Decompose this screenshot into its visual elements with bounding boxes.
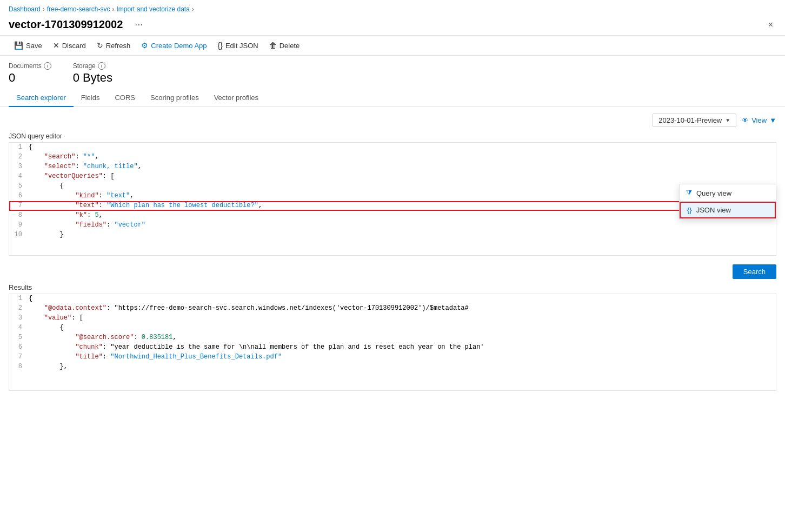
documents-info-icon[interactable]: i bbox=[44, 62, 51, 70]
code-line-5: 5 { bbox=[9, 182, 776, 191]
results-label: Results bbox=[9, 283, 776, 291]
refresh-icon: ↻ bbox=[97, 41, 103, 50]
header-more-menu[interactable]: ··· bbox=[135, 19, 143, 30]
stats-section: Documents i 0 Storage i 0 Bytes bbox=[0, 56, 785, 89]
delete-button[interactable]: 🗑 Delete bbox=[264, 39, 305, 52]
save-button[interactable]: 💾 Save bbox=[9, 39, 48, 52]
eye-icon: 👁 bbox=[742, 116, 749, 124]
edit-json-button[interactable]: {} Edit JSON bbox=[212, 39, 264, 52]
chevron-down-icon: ▼ bbox=[725, 117, 730, 123]
main-content: 2023-10-01-Preview ▼ 👁 View ▼ ⧩ Query vi… bbox=[0, 114, 785, 391]
code-line-4: 4 "vectorQueries": [ bbox=[9, 172, 776, 182]
storage-value: 0 Bytes bbox=[73, 71, 112, 85]
breadcrumb-service[interactable]: free-demo-search-svc bbox=[47, 5, 110, 13]
code-line-9: 9 "fields": "vector" bbox=[9, 221, 776, 230]
breadcrumb-import[interactable]: Import and vectorize data bbox=[116, 5, 189, 13]
discard-button[interactable]: ✕ Discard bbox=[48, 39, 91, 52]
view-menu-dropdown: ⧩ Query view {} JSON view bbox=[679, 184, 776, 219]
documents-stat: Documents i 0 bbox=[9, 62, 51, 85]
view-chevron-icon: ▼ bbox=[769, 116, 776, 124]
code-line-2: 2 "@odata.context": "https://free-demo-s… bbox=[9, 304, 776, 314]
page-header: vector-1701309912002 ··· × bbox=[0, 16, 785, 35]
view-button[interactable]: 👁 View ▼ bbox=[742, 116, 776, 124]
code-line-1: 1{ bbox=[9, 143, 776, 152]
tab-fields[interactable]: Fields bbox=[74, 89, 108, 107]
discard-icon: ✕ bbox=[53, 41, 59, 50]
code-line-7: 7 "text": "Which plan has the lowest ded… bbox=[9, 201, 776, 211]
funnel-icon: ⧩ bbox=[686, 189, 692, 197]
query-view-option[interactable]: ⧩ Query view bbox=[680, 184, 776, 202]
code-line-3: 3 "value": [ bbox=[9, 314, 776, 323]
close-button[interactable]: × bbox=[765, 19, 776, 31]
editor-label: JSON query editor bbox=[9, 132, 776, 140]
tab-search-explorer[interactable]: Search explorer bbox=[9, 89, 74, 107]
breadcrumb-dashboard[interactable]: Dashboard bbox=[9, 5, 41, 13]
json-view-option[interactable]: {} JSON view bbox=[680, 202, 776, 218]
create-demo-icon: ⚙ bbox=[141, 41, 148, 50]
code-line-8: 8 "k": 5, bbox=[9, 211, 776, 221]
code-line-3: 3 "select": "chunk, title", bbox=[9, 162, 776, 172]
code-line-1: 1{ bbox=[9, 294, 776, 304]
documents-value: 0 bbox=[9, 71, 51, 85]
braces-icon: {} bbox=[687, 206, 692, 214]
save-icon: 💾 bbox=[14, 41, 23, 50]
page-title: vector-1701309912002 bbox=[9, 18, 123, 31]
json-editor[interactable]: 1{2 "search": "*",3 "select": "chunk, ti… bbox=[9, 142, 776, 256]
editor-toolbar: 2023-10-01-Preview ▼ 👁 View ▼ bbox=[9, 114, 776, 127]
breadcrumb: Dashboard › free-demo-search-svc › Impor… bbox=[0, 0, 785, 16]
tab-bar: Search explorer Fields CORS Scoring prof… bbox=[0, 89, 785, 107]
code-line-10: 10 } bbox=[9, 230, 776, 240]
storage-info-icon[interactable]: i bbox=[98, 62, 105, 70]
search-button[interactable]: Search bbox=[733, 264, 776, 279]
code-line-6: 6 "kind": "text", bbox=[9, 191, 776, 201]
code-line-5: 5 "@search.score": 0.835181, bbox=[9, 333, 776, 343]
code-line-6: 6 "chunk": "year deductible is the same … bbox=[9, 343, 776, 353]
create-demo-button[interactable]: ⚙ Create Demo App bbox=[136, 39, 212, 52]
tab-scoring-profiles[interactable]: Scoring profiles bbox=[143, 89, 207, 107]
toolbar: 💾 Save ✕ Discard ↻ Refresh ⚙ Create Demo… bbox=[0, 35, 785, 56]
version-dropdown[interactable]: 2023-10-01-Preview ▼ bbox=[653, 114, 736, 127]
storage-stat: Storage i 0 Bytes bbox=[73, 62, 112, 85]
code-line-2: 2 "search": "*", bbox=[9, 152, 776, 162]
edit-json-icon: {} bbox=[218, 41, 223, 50]
code-line-4: 4 { bbox=[9, 323, 776, 333]
tab-cors[interactable]: CORS bbox=[107, 89, 143, 107]
code-line-8: 8 }, bbox=[9, 362, 776, 372]
tab-vector-profiles[interactable]: Vector profiles bbox=[207, 89, 266, 107]
delete-icon: 🗑 bbox=[269, 41, 277, 50]
search-button-row: Search bbox=[9, 260, 776, 283]
refresh-button[interactable]: ↻ Refresh bbox=[91, 39, 136, 52]
results-section: Results 1{2 "@odata.context": "https://f… bbox=[9, 283, 776, 391]
code-line-7: 7 "title": "Northwind_Health_Plus_Benefi… bbox=[9, 353, 776, 362]
results-editor: 1{2 "@odata.context": "https://free-demo… bbox=[9, 294, 776, 391]
json-editor-section: JSON query editor 1{2 "search": "*",3 "s… bbox=[9, 132, 776, 256]
